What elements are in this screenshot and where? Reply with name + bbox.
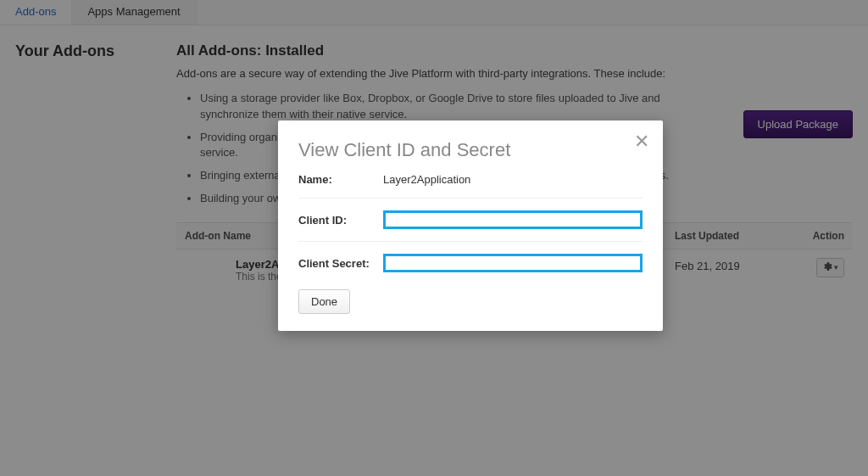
view-client-id-secret-modal: View Client ID and Secret ✕ Name: Layer2… xyxy=(278,120,663,331)
name-label: Name: xyxy=(298,173,383,186)
client-id-label: Client ID: xyxy=(298,214,383,227)
client-secret-field[interactable] xyxy=(383,254,643,272)
name-value: Layer2Application xyxy=(383,173,643,186)
field-row-client-secret: Client Secret: xyxy=(298,242,643,284)
client-id-field[interactable] xyxy=(383,210,643,229)
client-secret-label: Client Secret: xyxy=(298,257,383,270)
done-button[interactable]: Done xyxy=(298,289,350,314)
field-row-name: Name: Layer2Application xyxy=(298,161,643,199)
field-row-client-id: Client ID: xyxy=(298,199,643,242)
close-icon[interactable]: ✕ xyxy=(634,132,649,151)
modal-title: View Client ID and Secret xyxy=(298,139,643,161)
